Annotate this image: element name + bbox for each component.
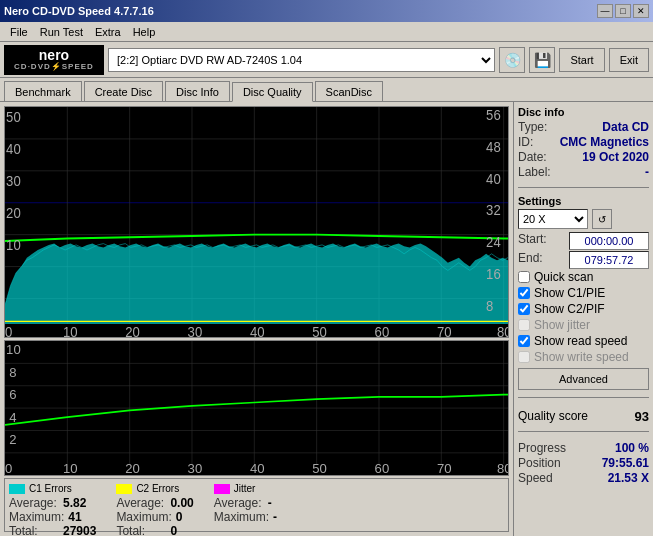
disc-type-row: Type: Data CD (518, 120, 649, 134)
title-bar: Nero CD-DVD Speed 4.7.7.16 — □ ✕ (0, 0, 653, 22)
checkbox-show-write-speed: Show write speed (518, 350, 649, 364)
svg-text:8: 8 (9, 364, 16, 379)
jitter-avg-key: Average: (214, 496, 264, 510)
divider-2 (518, 397, 649, 398)
c2-total-row: Total: 0 (116, 524, 193, 536)
tab-disc-info[interactable]: Disc Info (165, 81, 230, 101)
disc-label-label: Label: (518, 165, 551, 179)
progress-row: Progress 100 % (518, 441, 649, 455)
progress-section: Progress 100 % Position 79:55.61 Speed 2… (518, 441, 649, 486)
c1-max-key: Maximum: (9, 510, 64, 524)
svg-text:40: 40 (486, 170, 501, 187)
end-time-row: End: (518, 251, 649, 269)
tab-create-disc[interactable]: Create Disc (84, 81, 163, 101)
show-write-speed-checkbox[interactable] (518, 351, 530, 363)
end-time-field[interactable] (569, 251, 649, 269)
quick-scan-label: Quick scan (534, 270, 593, 284)
disc-date-label: Date: (518, 150, 547, 164)
chart-area: 0 10 20 30 40 50 60 70 80 50 40 30 20 10 (0, 102, 513, 536)
disc-id-label: ID: (518, 135, 533, 149)
start-button[interactable]: Start (559, 48, 604, 72)
svg-text:60: 60 (375, 461, 390, 475)
save-icon-button[interactable]: 💾 (529, 47, 555, 73)
menu-help[interactable]: Help (127, 24, 162, 40)
show-jitter-checkbox[interactable] (518, 319, 530, 331)
c2-avg-key: Average: (116, 496, 166, 510)
top-chart: 0 10 20 30 40 50 60 70 80 50 40 30 20 10 (4, 106, 509, 338)
jitter-avg-val: - (268, 496, 272, 510)
svg-marker-14 (5, 244, 508, 324)
disc-type-label: Type: (518, 120, 547, 134)
disc-label-row: Label: - (518, 165, 649, 179)
disc-label-value: - (645, 165, 649, 179)
menu-file[interactable]: File (4, 24, 34, 40)
disc-info-title: Disc info (518, 106, 649, 118)
speed-value: 21.53 X (608, 471, 649, 485)
disc-id-value: CMC Magnetics (560, 135, 649, 149)
start-time-field[interactable] (569, 232, 649, 250)
legend-jitter: Jitter Average: - Maximum: - (214, 483, 277, 524)
svg-text:60: 60 (375, 323, 390, 337)
speed-selector[interactable]: 20 X Maximum 16 X 8 X 4 X (518, 209, 588, 229)
c1-average-row: Average: 5.82 (9, 496, 96, 510)
c2-average-row: Average: 0.00 (116, 496, 193, 510)
divider-1 (518, 187, 649, 188)
progress-value: 100 % (615, 441, 649, 455)
checkbox-show-jitter: Show jitter (518, 318, 649, 332)
show-jitter-label: Show jitter (534, 318, 590, 332)
jitter-color-swatch (214, 484, 230, 494)
menu-run-test[interactable]: Run Test (34, 24, 89, 40)
disc-id-row: ID: CMC Magnetics (518, 135, 649, 149)
tab-benchmark[interactable]: Benchmark (4, 81, 82, 101)
show-c1-checkbox[interactable] (518, 287, 530, 299)
svg-text:50: 50 (312, 323, 327, 337)
maximize-button[interactable]: □ (615, 4, 631, 18)
start-time-label: Start: (518, 232, 547, 250)
bottom-chart: 10 8 6 4 2 0 10 20 30 40 50 60 70 80 (4, 340, 509, 476)
right-panel: Disc info Type: Data CD ID: CMC Magnetic… (513, 102, 653, 536)
quality-score-section: Quality score 93 (518, 405, 649, 424)
svg-text:20: 20 (125, 323, 140, 337)
svg-text:30: 30 (188, 461, 203, 475)
svg-text:56: 56 (486, 107, 501, 123)
svg-text:40: 40 (250, 323, 265, 337)
close-button[interactable]: ✕ (633, 4, 649, 18)
progress-label: Progress (518, 441, 566, 455)
svg-text:30: 30 (6, 172, 21, 189)
advanced-button[interactable]: Advanced (518, 368, 649, 390)
menu-extra[interactable]: Extra (89, 24, 127, 40)
nero-brand-text: nero (39, 48, 69, 62)
c2-total-val: 0 (170, 524, 177, 536)
c1-color-swatch (9, 484, 25, 494)
nero-logo: nero CD·DVD⚡SPEED (4, 45, 104, 75)
jitter-max-row: Maximum: - (214, 510, 277, 524)
svg-text:6: 6 (9, 387, 16, 402)
minimize-button[interactable]: — (597, 4, 613, 18)
c2-label: C2 Errors (136, 483, 179, 494)
quick-scan-checkbox[interactable] (518, 271, 530, 283)
svg-text:40: 40 (6, 140, 21, 157)
jitter-max-key: Maximum: (214, 510, 269, 524)
eject-icon-button[interactable]: 💿 (499, 47, 525, 73)
show-c2-checkbox[interactable] (518, 303, 530, 315)
checkbox-quick-scan: Quick scan (518, 270, 649, 284)
c2-color-swatch (116, 484, 132, 494)
tab-scan-disc[interactable]: ScanDisc (315, 81, 383, 101)
refresh-button[interactable]: ↺ (592, 209, 612, 229)
show-read-speed-checkbox[interactable] (518, 335, 530, 347)
disc-date-value: 19 Oct 2020 (582, 150, 649, 164)
svg-text:4: 4 (9, 409, 16, 424)
c1-max-row: Maximum: 41 (9, 510, 96, 524)
toolbar: nero CD·DVD⚡SPEED [2:2] Optiarc DVD RW A… (0, 42, 653, 78)
speed-label: Speed (518, 471, 553, 485)
tab-disc-quality[interactable]: Disc Quality (232, 82, 313, 102)
chart-container: 0 10 20 30 40 50 60 70 80 50 40 30 20 10 (4, 106, 509, 476)
legend-c1-header: C1 Errors (9, 483, 96, 494)
exit-button[interactable]: Exit (609, 48, 649, 72)
svg-text:10: 10 (6, 236, 21, 253)
disc-date-row: Date: 19 Oct 2020 (518, 150, 649, 164)
position-value: 79:55.61 (602, 456, 649, 470)
drive-selector[interactable]: [2:2] Optiarc DVD RW AD-7240S 1.04 (108, 48, 495, 72)
svg-text:70: 70 (437, 461, 452, 475)
legend-c2-header: C2 Errors (116, 483, 193, 494)
